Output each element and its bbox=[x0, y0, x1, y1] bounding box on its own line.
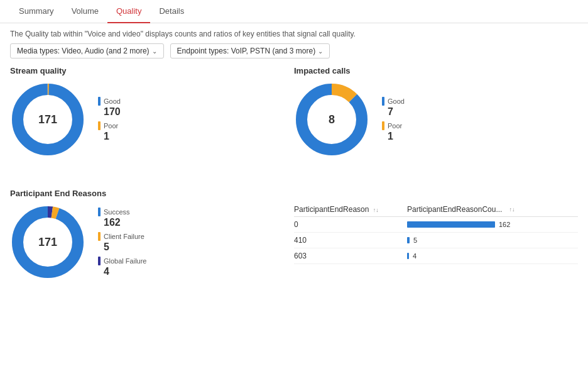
row-1-reason: 410 bbox=[294, 236, 407, 245]
success-value: 162 bbox=[104, 217, 146, 228]
row-2-bar bbox=[407, 253, 409, 259]
row-0-reason: 0 bbox=[294, 220, 407, 229]
client-failure-value: 5 bbox=[104, 241, 146, 253]
ic-good-label: Good bbox=[388, 97, 405, 105]
poor-label: Poor bbox=[104, 122, 118, 130]
global-failure-bar bbox=[98, 257, 101, 265]
participant-end-reasons-donut: 171 bbox=[10, 204, 85, 280]
participant-end-reasons-chart: 171 Success 162 Client Failure bbox=[10, 204, 294, 280]
poor-value: 1 bbox=[104, 131, 121, 142]
main-content: Stream quality 171 bbox=[0, 66, 588, 292]
col-reason-header: ParticipantEndReason ↑↓ bbox=[294, 205, 407, 214]
endpoint-types-filter[interactable]: Endpoint types: VoIP, PSTN (and 3 more) … bbox=[170, 43, 330, 58]
client-failure-bar bbox=[98, 232, 101, 241]
global-failure-legend: Global Failure 4 bbox=[98, 257, 146, 277]
stream-quality-legend: Good 170 Poor 1 bbox=[98, 97, 121, 142]
tab-details[interactable]: Details bbox=[150, 0, 193, 23]
global-failure-value: 4 bbox=[104, 266, 146, 277]
chevron-down-icon: ⌄ bbox=[152, 48, 157, 55]
filters-bar: Media types: Video, Audio (and 2 more) ⌄… bbox=[0, 43, 588, 66]
ic-poor-label: Poor bbox=[388, 122, 402, 130]
row-2-reason: 603 bbox=[294, 252, 407, 260]
bottom-row: Participant End Reasons 171 bbox=[10, 189, 578, 292]
chevron-down-icon-2: ⌄ bbox=[318, 48, 323, 55]
client-failure-legend: Client Failure 5 bbox=[98, 232, 146, 253]
stream-quality-chart: 171 Good 170 Poor bbox=[10, 82, 294, 157]
row-1-count: 5 bbox=[407, 236, 578, 244]
tab-bar: Summary Volume Quality Details bbox=[0, 0, 588, 23]
participant-table-section: ParticipantEndReason ↑↓ ParticipantEndRe… bbox=[294, 189, 578, 292]
participant-end-reasons-title: Participant End Reasons bbox=[10, 189, 294, 198]
tab-volume[interactable]: Volume bbox=[63, 0, 107, 23]
impacted-calls-legend: Good 7 Poor 1 bbox=[382, 97, 405, 142]
row-1-bar bbox=[407, 237, 410, 243]
sort-icon-1[interactable]: ↑↓ bbox=[373, 207, 379, 213]
good-legend-item: Good 170 bbox=[98, 97, 121, 118]
good-color-bar bbox=[98, 97, 101, 106]
global-failure-label: Global Failure bbox=[104, 257, 146, 265]
tab-summary[interactable]: Summary bbox=[10, 0, 63, 23]
poor-legend-item: Poor 1 bbox=[98, 121, 121, 142]
stream-quality-title: Stream quality bbox=[10, 66, 294, 75]
tab-quality[interactable]: Quality bbox=[107, 0, 150, 23]
table-row: 410 5 bbox=[294, 233, 578, 248]
impacted-calls-total: 8 bbox=[329, 113, 335, 126]
impacted-calls-chart: 8 Good 7 Poor 1 bbox=[294, 82, 578, 157]
media-types-filter[interactable]: Media types: Video, Audio (and 2 more) ⌄ bbox=[10, 43, 164, 58]
success-bar bbox=[98, 208, 101, 216]
ic-good-legend: Good 7 bbox=[382, 97, 405, 118]
col-count-header: ParticipantEndReasonCou... ↑↓ bbox=[407, 205, 578, 214]
good-value: 170 bbox=[104, 106, 121, 118]
stream-quality-section: Stream quality 171 bbox=[10, 66, 294, 170]
row-0-count: 162 bbox=[407, 221, 578, 228]
stream-quality-donut: 171 bbox=[10, 82, 85, 157]
participant-end-reasons-total: 171 bbox=[38, 236, 57, 249]
impacted-calls-section: Impacted calls 8 bbox=[294, 66, 578, 170]
table-header-row: ParticipantEndReason ↑↓ ParticipantEndRe… bbox=[294, 202, 578, 217]
ic-poor-value: 1 bbox=[388, 131, 405, 142]
row-2-count: 4 bbox=[407, 252, 578, 260]
row-0-bar bbox=[407, 221, 495, 228]
success-legend: Success 162 bbox=[98, 208, 146, 228]
stream-quality-total: 171 bbox=[38, 113, 57, 126]
table-row: 603 4 bbox=[294, 248, 578, 264]
poor-color-bar bbox=[98, 121, 101, 130]
impacted-calls-donut: 8 bbox=[294, 82, 369, 157]
media-types-label: Media types: Video, Audio (and 2 more) bbox=[17, 47, 150, 55]
ic-poor-legend: Poor 1 bbox=[382, 121, 405, 142]
endpoint-types-label: Endpoint types: VoIP, PSTN (and 3 more) bbox=[177, 47, 316, 55]
success-label: Success bbox=[104, 208, 130, 216]
description-text: The Quality tab within "Voice and video"… bbox=[0, 23, 588, 43]
ic-good-value: 7 bbox=[388, 106, 405, 118]
table-row: 0 162 bbox=[294, 217, 578, 233]
ic-poor-bar bbox=[382, 121, 384, 130]
participant-end-reasons-legend: Success 162 Client Failure 5 bbox=[98, 208, 146, 277]
impacted-calls-title: Impacted calls bbox=[294, 66, 578, 75]
participant-end-reasons-section: Participant End Reasons 171 bbox=[10, 189, 294, 292]
good-label: Good bbox=[104, 97, 121, 105]
top-row: Stream quality 171 bbox=[10, 66, 578, 170]
client-failure-label: Client Failure bbox=[104, 233, 144, 240]
ic-good-bar bbox=[382, 97, 384, 106]
sort-icon-2[interactable]: ↑↓ bbox=[509, 206, 514, 213]
